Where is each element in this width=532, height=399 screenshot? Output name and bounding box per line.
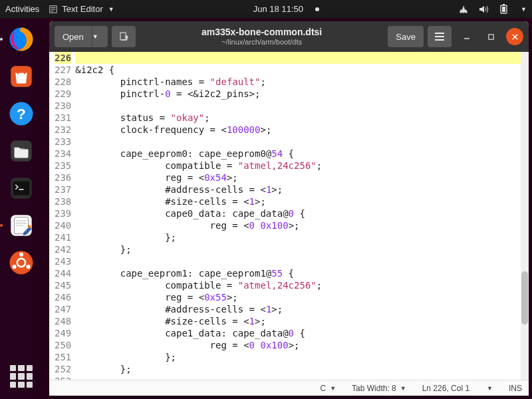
- hamburger-menu-button[interactable]: [428, 26, 452, 47]
- code-line[interactable]: reg = <0x54>;: [75, 172, 521, 184]
- maximize-icon: [487, 33, 495, 41]
- code-line[interactable]: #size-cells = <1>;: [75, 196, 521, 207]
- dock-firefox[interactable]: [5, 23, 37, 55]
- maximize-button[interactable]: [482, 28, 499, 45]
- gedit-icon: [7, 211, 35, 239]
- code-line[interactable]: compatible = "atmel,24c256";: [75, 160, 521, 172]
- save-button[interactable]: Save: [388, 26, 424, 47]
- code-line[interactable]: };: [75, 231, 521, 243]
- code-content[interactable]: &i2c2 { pinctrl-names = "default"; pinct…: [75, 52, 521, 380]
- status-extra-menu[interactable]: ▼: [485, 385, 493, 392]
- code-line[interactable]: reg = <0 0x100>;: [75, 219, 521, 231]
- clock[interactable]: Jun 18 11:50: [253, 4, 319, 14]
- code-line[interactable]: #address-cells = <1>;: [75, 303, 521, 315]
- code-line[interactable]: &i2c2 {: [75, 64, 521, 76]
- system-tray[interactable]: ▼: [458, 4, 527, 15]
- code-line[interactable]: #size-cells = <1>;: [75, 315, 521, 327]
- line-number: 226: [55, 52, 71, 64]
- code-line[interactable]: [75, 136, 521, 148]
- code-line[interactable]: status = "okay";: [75, 112, 521, 124]
- line-number: 253: [55, 375, 71, 380]
- line-number: 251: [55, 351, 71, 363]
- line-number: 230: [55, 100, 71, 112]
- code-line[interactable]: [75, 375, 521, 380]
- dock-help[interactable]: ?: [5, 98, 37, 130]
- chevron-down-icon: ▼: [521, 6, 527, 13]
- title-center: am335x-bone-common.dtsi ~/linux/arch/arm…: [140, 27, 384, 47]
- code-line[interactable]: cape1_data: cape_data@0 {: [75, 327, 521, 339]
- code-line[interactable]: reg = <0x55>;: [75, 291, 521, 303]
- svg-point-16: [26, 265, 30, 269]
- dock-software[interactable]: [5, 61, 37, 92]
- dock: ?: [0, 18, 43, 399]
- code-line[interactable]: };: [75, 363, 521, 375]
- code-line[interactable]: pinctrl-0 = <&i2c2_pins>;: [75, 88, 521, 100]
- line-number: 249: [55, 327, 71, 339]
- code-line[interactable]: compatible = "atmel,24c256";: [75, 279, 521, 291]
- activities-button[interactable]: Activities: [5, 4, 39, 14]
- code-line[interactable]: cape_eeprom1: cape_eeprom1@55 {: [75, 267, 521, 279]
- code-line[interactable]: cape0_data: cape_data@0 {: [75, 207, 521, 219]
- svg-rect-17: [120, 33, 126, 40]
- code-line[interactable]: [75, 255, 521, 267]
- firefox-icon: [7, 25, 35, 53]
- code-line[interactable]: };: [75, 351, 521, 363]
- dock-show-desktop[interactable]: [5, 247, 37, 279]
- line-number: 233: [55, 136, 71, 148]
- file-name: am335x-bone-common.dtsi: [140, 27, 384, 38]
- code-line[interactable]: cape_eeprom0: cape_eeprom0@54 {: [75, 148, 521, 160]
- code-line[interactable]: #address-cells = <1>;: [75, 184, 521, 196]
- line-number: 237: [55, 184, 71, 196]
- titlebar: Open ▼ am335x-bone-common.dtsi ~/linux/a…: [49, 21, 529, 52]
- dock-text-editor[interactable]: [5, 209, 37, 241]
- network-icon: [458, 4, 469, 15]
- line-number: 229: [55, 88, 71, 100]
- system-top-bar: Activities Text Editor ▼ Jun 18 11:50 ▼: [0, 0, 532, 18]
- open-button[interactable]: Open: [55, 26, 92, 47]
- shopping-bag-icon: [7, 63, 35, 90]
- new-document-icon: [118, 31, 129, 42]
- line-number: 245: [55, 279, 71, 291]
- chevron-down-icon: ▼: [108, 6, 114, 13]
- dock-app-grid[interactable]: [5, 360, 37, 392]
- minimize-button[interactable]: [458, 28, 475, 45]
- svg-rect-2: [503, 4, 505, 5]
- line-number: 228: [55, 76, 71, 88]
- open-recent-button[interactable]: ▼: [92, 26, 108, 47]
- app-menu-button[interactable]: Text Editor ▼: [49, 4, 114, 14]
- code-line[interactable]: reg = <0 0x100>;: [75, 339, 521, 351]
- editor-window: Open ▼ am335x-bone-common.dtsi ~/linux/a…: [49, 21, 529, 396]
- code-area[interactable]: 2262272282292302312322332342352362372382…: [49, 52, 529, 380]
- line-number: 242: [55, 243, 71, 255]
- line-number: 241: [55, 231, 71, 243]
- chevron-down-icon: ▼: [330, 385, 336, 392]
- dock-terminal[interactable]: [5, 172, 37, 204]
- line-number: 246: [55, 291, 71, 303]
- close-button[interactable]: [506, 28, 523, 45]
- status-tab-width[interactable]: Tab Width: 8▼: [352, 384, 406, 393]
- code-line[interactable]: };: [75, 243, 521, 255]
- svg-point-15: [12, 265, 16, 269]
- code-line[interactable]: pinctrl-names = "default";: [75, 76, 521, 88]
- clock-label: Jun 18 11:50: [253, 4, 303, 14]
- battery-icon: [498, 4, 510, 15]
- svg-point-14: [19, 253, 23, 257]
- vertical-scrollbar[interactable]: [521, 52, 529, 380]
- code-line[interactable]: [75, 52, 521, 64]
- svg-rect-18: [488, 34, 493, 39]
- code-line[interactable]: [75, 100, 521, 112]
- svg-rect-9: [13, 182, 30, 196]
- minimize-icon: [463, 33, 471, 41]
- status-insert-mode[interactable]: INS: [509, 384, 522, 393]
- status-cursor-position: Ln 226, Col 1: [422, 384, 469, 393]
- line-number: 252: [55, 363, 71, 375]
- close-icon: [511, 33, 519, 41]
- status-language[interactable]: C▼: [320, 384, 336, 393]
- scrollbar-thumb[interactable]: [521, 271, 528, 325]
- file-path: ~/linux/arch/arm/boot/dts: [140, 38, 384, 47]
- code-line[interactable]: clock-frequency = <100000>;: [75, 124, 521, 136]
- dock-files[interactable]: [5, 135, 37, 167]
- new-tab-button[interactable]: [112, 26, 136, 47]
- line-number: 235: [55, 160, 71, 172]
- svg-rect-1: [502, 7, 505, 12]
